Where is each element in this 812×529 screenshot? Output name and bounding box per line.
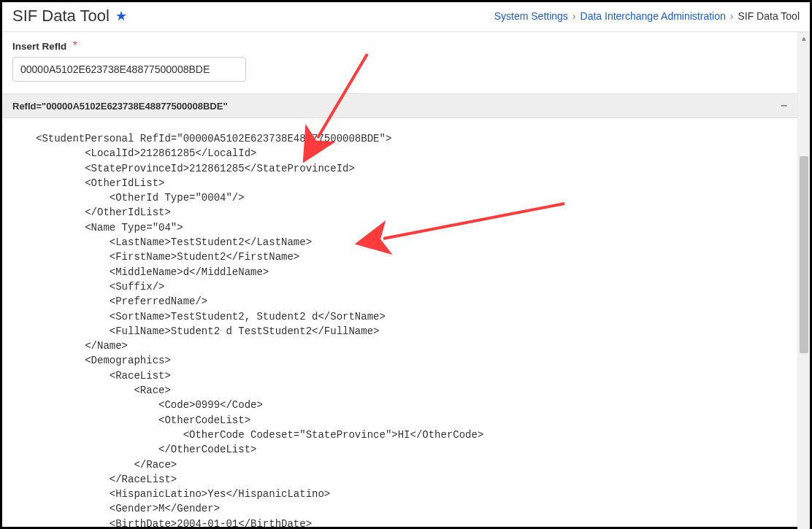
favorite-star-icon[interactable]: ★ [115, 9, 127, 23]
refid-input[interactable] [12, 57, 246, 82]
breadcrumb-link-data-interchange[interactable]: Data Interchange Administration [581, 10, 726, 22]
xml-output: <StudentPersonal RefId="00000A5102E62373… [2, 118, 797, 529]
page-header: SIF Data Tool ★ System Settings › Data I… [2, 2, 810, 32]
page-title: SIF Data Tool [12, 7, 110, 26]
breadcrumb-link-system-settings[interactable]: System Settings [494, 10, 568, 22]
scroll-thumb[interactable] [800, 156, 808, 353]
chevron-right-icon: › [572, 10, 576, 22]
result-header-title: RefId="00000A5102E623738E48877500008BDE" [12, 101, 228, 112]
result-header-bar[interactable]: RefId="00000A5102E623738E48877500008BDE"… [2, 93, 797, 118]
refid-label: Insert RefId [12, 41, 66, 52]
breadcrumb: System Settings › Data Interchange Admin… [494, 10, 800, 22]
scroll-up-arrow-icon[interactable]: ▲ [798, 32, 810, 45]
content-pane: Insert RefId * RefId="00000A5102E623738E… [2, 32, 797, 529]
collapse-icon[interactable]: − [781, 100, 787, 112]
refid-label-row: Insert RefId * [12, 39, 787, 53]
chevron-right-icon: › [730, 10, 734, 22]
required-indicator: * [73, 39, 77, 52]
vertical-scrollbar[interactable]: ▲ ▼ [797, 32, 810, 529]
breadcrumb-current: SIF Data Tool [738, 10, 800, 22]
